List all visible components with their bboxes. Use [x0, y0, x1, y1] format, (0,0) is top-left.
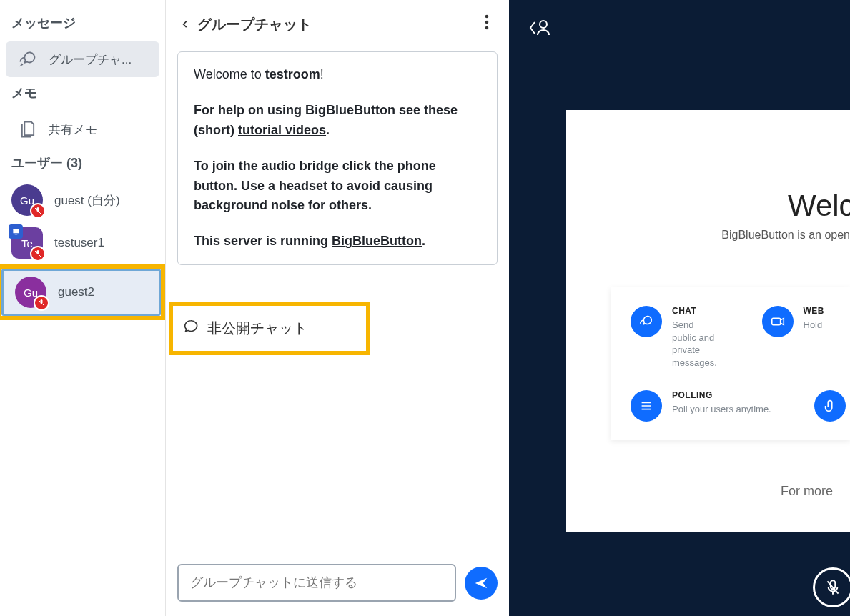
welcome-text: ! [320, 67, 324, 81]
welcome-room: testroom [265, 67, 320, 81]
chat-input-row [166, 554, 509, 616]
feature-desc: Poll your users anytime. [672, 403, 771, 416]
chat-body: Welcome to testroom! For help on using B… [166, 46, 509, 554]
mic-muted-icon [30, 246, 46, 262]
sidebar-item-shared-memo[interactable]: 共有メモ [6, 111, 159, 147]
svg-rect-0 [13, 229, 19, 233]
welcome-text: This server is running [194, 234, 332, 248]
chat-message-input[interactable] [177, 564, 456, 602]
left-user-panel: メッセージ グループチャ... メモ 共有メモ ユーザー (3) Gu gues… [0, 0, 166, 616]
welcome-text: . [422, 234, 425, 248]
tutorial-link[interactable]: tutorial videos [238, 123, 326, 137]
feature-desc: Send public and private messages. [672, 319, 719, 369]
send-button[interactable] [465, 567, 498, 600]
user-name: guest2 [58, 285, 94, 299]
feature-title: CHAT [672, 306, 719, 316]
messages-section-title: メッセージ [0, 10, 165, 39]
users-section-title: ユーザー (3) [0, 150, 165, 179]
user-name: guest (自分) [54, 192, 120, 209]
memo-section-title: メモ [0, 80, 165, 109]
svg-rect-5 [771, 318, 780, 324]
presentation-slide: Welco BigBlueButton is an open CHAT Send… [566, 110, 850, 532]
mic-muted-icon [34, 295, 49, 311]
svg-point-1 [485, 15, 489, 19]
presentation-panel: Welco BigBlueButton is an open CHAT Send… [509, 0, 850, 616]
sidebar-item-label: 共有メモ [49, 121, 97, 138]
welcome-text: . [326, 123, 330, 137]
chat-header: グループチャット [166, 0, 509, 46]
feature-desc: Hold [804, 319, 825, 332]
avatar: Gu [11, 184, 43, 216]
svg-point-3 [485, 26, 489, 30]
feature-title: WEB [804, 306, 825, 316]
slide-more-text: For more [781, 484, 833, 499]
svg-point-4 [540, 21, 547, 28]
user-context-menu: 非公開チャット [169, 302, 370, 355]
back-arrow-button[interactable] [180, 16, 190, 33]
bbb-link[interactable]: BigBlueButton [332, 234, 422, 248]
user-list-item-self[interactable]: Gu guest (自分) [0, 179, 165, 222]
sidebar-item-label: グループチャ... [49, 51, 132, 68]
avatar-initials: Te [21, 237, 33, 249]
highlight-selection: Gu guest2 [0, 264, 165, 320]
welcome-text: Welcome to [194, 67, 265, 81]
document-icon [17, 119, 39, 140]
private-chat-menu-item[interactable]: 非公開チャット [173, 306, 366, 351]
mic-muted-icon [30, 203, 46, 219]
avatar: Te [11, 227, 43, 259]
feature-grid: CHAT Send public and private messages. W… [611, 287, 850, 440]
feature-webcam: WEB Hold [762, 306, 851, 369]
feature-chat: CHAT Send public and private messages. [631, 306, 719, 369]
chat-title: グループチャット [197, 15, 312, 34]
user-list-item[interactable]: Te testuser1 [0, 222, 165, 264]
mute-toggle-button[interactable] [813, 567, 850, 607]
chat-icon [17, 49, 39, 70]
emoji-feature-icon [814, 390, 846, 422]
chat-panel: グループチャット Welcome to testroom! For help o… [166, 0, 509, 616]
webcam-feature-icon [762, 306, 794, 337]
slide-title: Welco [566, 110, 850, 229]
menu-item-label: 非公開チャット [207, 319, 307, 338]
slide-subtitle: BigBlueButton is an open [566, 229, 850, 276]
user-list-item-selected[interactable]: Gu guest2 [1, 269, 161, 316]
presentation-badge-icon [9, 224, 23, 239]
sidebar-item-group-chat[interactable]: グループチャ... [6, 41, 159, 77]
welcome-message: Welcome to testroom! For help on using B… [177, 51, 498, 265]
feature-title: POLLING [672, 390, 771, 400]
collapse-users-button[interactable] [528, 17, 552, 41]
welcome-text: To join the audio bridge click the phone… [194, 159, 436, 213]
user-name: testuser1 [54, 236, 104, 250]
polling-feature-icon [631, 390, 662, 422]
chat-feature-icon [631, 306, 662, 337]
avatar: Gu [15, 277, 46, 308]
feature-polling: POLLING Poll your users anytime. [631, 390, 771, 422]
feature-emoji: EMO Expre [814, 390, 850, 422]
chat-bubble-icon [183, 319, 199, 338]
chat-options-button[interactable] [479, 11, 495, 37]
svg-point-2 [485, 21, 489, 24]
